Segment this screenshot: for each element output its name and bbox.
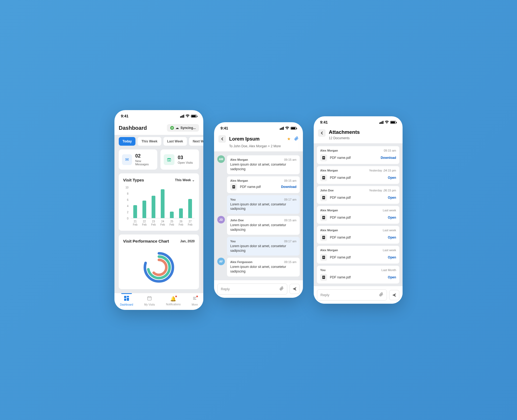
stat-new-messages[interactable]: ✉ 02 New Messages [119, 149, 157, 170]
attachment-card: Alex MorganLast weekPDF name.pdfOpen [317, 206, 399, 224]
svg-rect-27 [323, 217, 324, 217]
nav-notifications[interactable]: 🔔 Notifications [166, 296, 180, 306]
message-thread-screen: 9:41 Lorem Ipsum ★ To John Doe, Alex Mor… [214, 122, 303, 298]
attachment-card: John DoeYesterday ,06:15 pmPDF name.pdfO… [317, 186, 399, 204]
svg-rect-3 [124, 296, 126, 298]
attachment-time: Yesterday ,06:15 pm [369, 189, 396, 192]
messages-list[interactable]: AMAlex Morgan09:15 amLorem ipsum dolor s… [214, 152, 303, 280]
attachment-action-button[interactable]: Open [388, 176, 396, 180]
svg-rect-15 [233, 186, 235, 187]
pdf-icon [320, 194, 327, 201]
back-button[interactable] [318, 129, 326, 137]
chevron-left-icon [321, 131, 323, 135]
attach-icon[interactable] [280, 286, 284, 292]
attachment-filename: PDF name.pdf [240, 185, 278, 189]
send-button[interactable] [289, 284, 300, 294]
signal-icon [180, 115, 184, 118]
nav-more[interactable]: More [192, 296, 198, 306]
send-button[interactable] [389, 290, 399, 300]
pdf-icon [320, 254, 327, 261]
attachment-action-button[interactable]: Open [388, 216, 396, 219]
chevron-down-icon: ⌄ [192, 178, 195, 182]
svg-rect-36 [323, 277, 324, 277]
x-label: 21Feb [133, 220, 137, 226]
nav-dashboard[interactable]: Dashboard [120, 296, 133, 306]
x-label: 27Feb [188, 220, 192, 226]
chart-range-dropdown[interactable]: This Week ⌄ [175, 178, 195, 182]
message-time: 09:15 am [284, 260, 296, 264]
nav-my-visits[interactable]: My Visits [144, 296, 155, 306]
tab-this-week[interactable]: This Week [138, 137, 161, 146]
envelope-icon: ✉ [122, 154, 132, 165]
svg-rect-7 [148, 297, 151, 300]
message-time: 09:17 am [284, 198, 296, 201]
cloud-icon: ☁ [176, 126, 179, 130]
star-icon[interactable]: ★ [287, 136, 291, 142]
battery-icon [390, 121, 396, 124]
attachment-action-button[interactable]: Open [388, 275, 396, 279]
attachments-header: Attachments 12 Documents [314, 127, 403, 144]
stat-open-visits[interactable]: 03 Open Visits [160, 149, 199, 170]
attachment-icon[interactable] [294, 136, 299, 142]
wifi-icon [385, 120, 389, 124]
wifi-icon [285, 126, 289, 130]
tab-next-week[interactable]: Next Week [189, 137, 203, 146]
svg-rect-24 [323, 197, 324, 197]
sync-badge[interactable]: ⟳ ☁ Syncing... [167, 124, 199, 132]
bar [170, 212, 174, 218]
thread-title: Lorem Ipsum [229, 136, 284, 142]
stat-num: 03 [178, 155, 193, 160]
send-icon [392, 293, 396, 297]
attachment-action-button[interactable]: Download [381, 156, 396, 160]
chart-date-label: Jan, 2020 [180, 239, 195, 243]
attachment-filename: PDF name.pdf [330, 256, 385, 259]
svg-rect-16 [233, 187, 235, 187]
attachment-action-button[interactable]: Open [388, 256, 396, 259]
attachment-sender: You [320, 268, 326, 272]
avatar: AM [217, 155, 225, 163]
attachments-screen: 9:41 Attachments 12 Documents Alex Morga… [314, 116, 403, 304]
attach-icon[interactable] [379, 292, 383, 298]
status-bar: 9:41 [314, 116, 403, 127]
tab-today[interactable]: Today [119, 137, 135, 146]
attachment-time: Last week [383, 229, 396, 232]
pdf-icon [320, 234, 327, 241]
svg-rect-19 [323, 158, 324, 158]
chevron-left-icon [221, 137, 223, 141]
x-label: 23Feb [151, 220, 156, 226]
stat-label: New Messages [135, 159, 154, 166]
reply-input[interactable]: Reply [317, 289, 387, 300]
message-text: Lorem ipsum dolor sit amet, consetetur s… [230, 202, 296, 211]
message-sender: Alex Fergusson [230, 260, 253, 264]
avatar: AF [217, 258, 225, 265]
reply-input[interactable]: Reply [217, 284, 287, 295]
bar [161, 189, 165, 218]
attachment-action-button[interactable]: Open [388, 236, 396, 239]
message-text: Lorem ipsum dolor sit amet, consetetur s… [230, 223, 296, 232]
pdf-icon [320, 174, 327, 181]
back-button[interactable] [218, 135, 226, 143]
thread-recipients: To John Doe, Alex Morgan + 2 More [229, 144, 299, 148]
attachment-filename: PDF name.pdf [330, 216, 385, 219]
svg-rect-21 [323, 177, 324, 177]
attachment-time: 09:15 am [384, 149, 396, 152]
message-sender: You [230, 240, 236, 243]
message-text: Lorem ipsum dolor sit amet, consetetur s… [230, 244, 296, 253]
page-title: Dashboard [119, 125, 147, 131]
bar [142, 201, 146, 218]
download-button[interactable]: Download [281, 185, 296, 189]
svg-rect-37 [323, 277, 324, 278]
tab-last-week[interactable]: Last Week [163, 137, 187, 146]
notification-dot [196, 295, 198, 298]
attachments-list[interactable]: Alex Morgan09:15 amPDF name.pdfDownloadA… [314, 144, 403, 286]
svg-rect-33 [323, 257, 324, 257]
attachment-time: Yesterday ,04:15 pm [369, 169, 396, 172]
wifi-icon [186, 114, 190, 118]
x-label: 25Feb [169, 220, 174, 226]
attachment-time: Last Month [382, 268, 396, 272]
message-attachment: Alex Morgan09:15 amPDF name.pdfDownload [227, 176, 300, 193]
attachment-card: Alex MorganYesterday ,04:15 pmPDF name.p… [317, 166, 399, 184]
attachment-action-button[interactable]: Open [388, 196, 396, 200]
calendar-icon [164, 154, 174, 165]
message-group: AMAlex Morgan09:15 amLorem ipsum dolor s… [217, 155, 300, 174]
